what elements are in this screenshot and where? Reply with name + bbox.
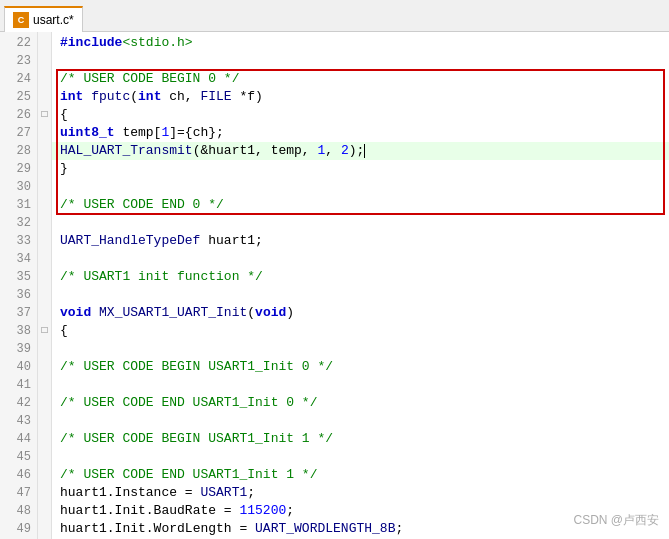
- line-number: 47: [0, 484, 31, 502]
- fold-cell: [38, 232, 51, 250]
- line-number: 37: [0, 304, 31, 322]
- code-line: huart1.Instance = USART1;: [52, 484, 669, 502]
- line-number: 31: [0, 196, 31, 214]
- code-line: [52, 340, 669, 358]
- code-line: int fputc(int ch, FILE *f): [52, 88, 669, 106]
- fold-cell: [38, 34, 51, 52]
- code-line: {: [52, 106, 669, 124]
- text-cursor: [364, 144, 365, 158]
- code-line: /* USER CODE END USART1_Init 1 */: [52, 466, 669, 484]
- code-line: [52, 412, 669, 430]
- fold-cell: [38, 88, 51, 106]
- fold-cell: [38, 160, 51, 178]
- line-number: 26: [0, 106, 31, 124]
- code-line: [52, 448, 669, 466]
- fold-cell: [38, 484, 51, 502]
- fold-cell: [38, 196, 51, 214]
- line-number: 44: [0, 430, 31, 448]
- fold-cell: [38, 376, 51, 394]
- line-number: 41: [0, 376, 31, 394]
- code-line: [52, 52, 669, 70]
- code-line: uint8_t temp[1]={ch};: [52, 124, 669, 142]
- fold-cell[interactable]: □: [38, 106, 51, 124]
- line-number: 32: [0, 214, 31, 232]
- line-number: 42: [0, 394, 31, 412]
- fold-cell: [38, 502, 51, 520]
- code-line: void MX_USART1_UART_Init(void): [52, 304, 669, 322]
- line-number: 34: [0, 250, 31, 268]
- code-line: /* USER CODE END 0 */: [52, 196, 669, 214]
- code-line: /* USER CODE BEGIN 0 */: [52, 70, 669, 88]
- code-line: [52, 178, 669, 196]
- code-line: [52, 250, 669, 268]
- line-number: 29: [0, 160, 31, 178]
- code-line: [52, 286, 669, 304]
- watermark: CSDN @卢西安: [573, 512, 659, 529]
- fold-cell: [38, 448, 51, 466]
- line-numbers: 2223242526272829303132333435363738394041…: [0, 32, 38, 539]
- code-line: /* USER CODE BEGIN USART1_Init 0 */: [52, 358, 669, 376]
- line-number: 23: [0, 52, 31, 70]
- line-number: 30: [0, 178, 31, 196]
- code-line: #include<stdio.h>: [52, 34, 669, 52]
- line-number: 45: [0, 448, 31, 466]
- fold-cell: [38, 214, 51, 232]
- fold-cell: [38, 412, 51, 430]
- code-line: /* USER CODE BEGIN USART1_Init 1 */: [52, 430, 669, 448]
- fold-cell[interactable]: □: [38, 322, 51, 340]
- fold-indicators: □□: [38, 32, 52, 539]
- fold-cell: [38, 142, 51, 160]
- fold-cell: [38, 340, 51, 358]
- line-number: 22: [0, 34, 31, 52]
- editor: 2223242526272829303132333435363738394041…: [0, 32, 669, 539]
- fold-cell: [38, 304, 51, 322]
- code-line: /* USER CODE END USART1_Init 0 */: [52, 394, 669, 412]
- line-number: 24: [0, 70, 31, 88]
- code-line: UART_HandleTypeDef huart1;: [52, 232, 669, 250]
- fold-cell: [38, 430, 51, 448]
- line-number: 36: [0, 286, 31, 304]
- line-number: 49: [0, 520, 31, 538]
- line-number: 25: [0, 88, 31, 106]
- fold-cell: [38, 124, 51, 142]
- line-number: 27: [0, 124, 31, 142]
- line-number: 40: [0, 358, 31, 376]
- line-number: 33: [0, 232, 31, 250]
- fold-cell: [38, 520, 51, 538]
- line-number: 43: [0, 412, 31, 430]
- fold-cell: [38, 286, 51, 304]
- code-line: {: [52, 322, 669, 340]
- fold-cell: [38, 70, 51, 88]
- file-tab[interactable]: C usart.c*: [4, 6, 83, 32]
- line-number: 39: [0, 340, 31, 358]
- line-number: 46: [0, 466, 31, 484]
- code-line: [52, 214, 669, 232]
- fold-cell: [38, 466, 51, 484]
- file-icon: C: [13, 12, 29, 28]
- line-number: 35: [0, 268, 31, 286]
- code-line: /* USART1 init function */: [52, 268, 669, 286]
- fold-cell: [38, 250, 51, 268]
- fold-cell: [38, 52, 51, 70]
- fold-cell: [38, 178, 51, 196]
- fold-cell: [38, 268, 51, 286]
- line-number: 38: [0, 322, 31, 340]
- toolbar: C usart.c*: [0, 0, 669, 32]
- code-line: }: [52, 160, 669, 178]
- fold-cell: [38, 358, 51, 376]
- tab-label: usart.c*: [33, 13, 74, 27]
- fold-cell: [38, 394, 51, 412]
- code-area[interactable]: #include<stdio.h> /* USER CODE BEGIN 0 *…: [52, 32, 669, 539]
- code-line: [52, 376, 669, 394]
- line-number: 48: [0, 502, 31, 520]
- line-number: 28: [0, 142, 31, 160]
- code-line: HAL_UART_Transmit(&huart1, temp, 1, 2);: [52, 142, 669, 160]
